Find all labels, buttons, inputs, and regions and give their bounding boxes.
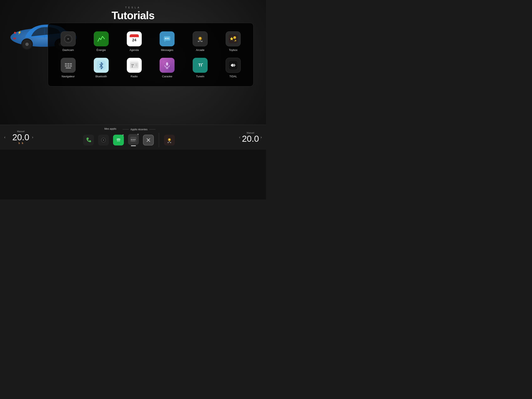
divider [159,133,159,147]
video-close-btn[interactable]: ✕ [136,133,140,136]
energie-label: Énergie [96,48,106,51]
recentes-line-left [123,129,129,129]
svg-rect-42 [70,63,72,65]
bottom-app-phone[interactable] [82,135,95,146]
agenda-label: Agenda [129,48,139,51]
radio-icon: FM ▐ [127,58,142,73]
svg-text:24: 24 [132,38,136,42]
svg-point-10 [13,38,16,39]
tesla-branding: TESLA Tutorials [112,6,155,22]
svg-text:✨: ✨ [234,39,237,42]
speed-left-prev[interactable]: ‹ [4,135,5,139]
bottom-bar: ‹ Manuel 20.0 🪑🪑 › Mes applis Applis réc… [0,125,266,150]
svg-rect-20 [130,36,139,37]
svg-point-80 [167,142,169,143]
bottom-app-arcade-recent[interactable] [163,135,176,146]
arcade-icon [193,31,208,46]
dashcam-label: Dashcam [62,48,74,51]
svg-rect-69 [131,137,136,139]
svg-point-33 [201,41,203,42]
app-dashcam[interactable]: Dashcam [52,29,84,54]
apps-grid: Dashcam Énergie 24 Agenda [52,29,249,80]
svg-rect-40 [65,63,67,65]
svg-point-11 [14,32,16,34]
video-active-indicator [131,146,136,146]
bottom-app-video[interactable]: ✕ [127,134,140,146]
svg-point-66 [103,140,104,140]
toybox-icon: ⭐ 😊 ✨ [226,31,241,46]
svg-point-16 [68,38,69,39]
arcade-recent-icon [164,135,175,146]
svg-rect-44 [67,65,70,67]
app-tidal[interactable]: TIDAL [217,56,249,80]
svg-point-81 [170,142,171,143]
speed-label-right: Manuel [247,132,254,134]
svg-rect-57 [166,62,168,66]
camera-app-icon [98,135,109,146]
svg-rect-31 [200,40,201,42]
tutorials-title: Tutorials [112,9,155,22]
svg-text:⚡: ⚡ [18,31,22,34]
svg-point-27 [168,38,169,39]
bottom-app-spotify[interactable]: ✕ [112,135,125,146]
bottom-app-camera[interactable] [97,135,110,146]
svg-point-25 [165,38,166,39]
app-energie[interactable]: Énergie [85,29,117,54]
agenda-icon: 24 [127,31,142,46]
svg-rect-79 [169,141,170,142]
bottom-dark-area [0,150,266,200]
apps-bar-header: Mes applis Applis récentes [33,127,224,132]
app-bluetooth[interactable]: Bluetooth [85,56,117,80]
svg-rect-43 [65,65,67,67]
svg-rect-55 [135,63,137,66]
bottom-app-close[interactable] [142,135,155,146]
speed-left: Manuel 20.0 🪑🪑 [6,130,31,145]
svg-rect-73 [131,141,135,141]
tunein-icon: TI [193,58,208,73]
svg-text:▐: ▐ [131,65,133,68]
seat-icons-left: 🪑🪑 [18,142,24,145]
speed-right-prev[interactable]: ‹ [239,135,240,139]
applis-recentes-section: Applis récentes [123,128,155,131]
radio-label: Radio [131,75,138,78]
navigateur-label: Navigateur [62,75,75,78]
app-arcade[interactable]: Arcade [184,29,216,54]
apps-row: ✕ ✕ [82,133,176,147]
svg-text:TI: TI [198,63,202,67]
tunein-label: TuneIn [196,75,204,78]
app-messages[interactable]: Messages [151,29,183,54]
caraoke-icon [160,58,175,73]
svg-rect-45 [70,65,72,67]
svg-point-34 [200,38,201,38]
mes-applis-section: Mes applis [102,127,118,130]
speed-value-left: 20.0 [12,133,29,142]
svg-point-32 [198,41,199,42]
dashcam-icon [61,31,76,46]
phone-app-icon [83,135,94,146]
apps-bar: Mes applis Applis récentes [33,127,224,147]
svg-point-4 [25,43,29,46]
close-app-icon [143,135,154,146]
energie-icon [94,31,109,46]
tidal-label: TIDAL [229,75,237,78]
caraoke-label: Caraoke [162,75,172,78]
svg-rect-71 [133,139,134,140]
spotify-close-btn[interactable]: ✕ [121,133,125,137]
app-radio[interactable]: FM ▐ Radio [118,56,150,80]
speed-value-right: 20.0 [242,134,259,143]
app-toybox[interactable]: ⭐ 😊 ✨ Toybox [217,29,249,54]
app-caraoke[interactable]: Caraoke [151,56,183,80]
speed-right-next[interactable]: › [261,135,262,139]
messages-label: Messages [161,48,173,51]
messages-icon [160,31,175,46]
applis-recentes-title: Applis récentes [131,128,147,131]
svg-point-26 [167,38,167,39]
svg-rect-46 [66,67,71,69]
app-navigateur[interactable]: Navigateur [52,56,84,80]
speed-right: ‹ Manuel 20.0 › [224,132,266,143]
app-agenda[interactable]: 24 Agenda [118,29,150,54]
svg-text:😊: 😊 [233,36,236,39]
app-tunein[interactable]: TI TuneIn [184,56,216,80]
apps-container: Dashcam Énergie 24 Agenda [48,23,253,86]
tidal-icon [226,58,241,73]
